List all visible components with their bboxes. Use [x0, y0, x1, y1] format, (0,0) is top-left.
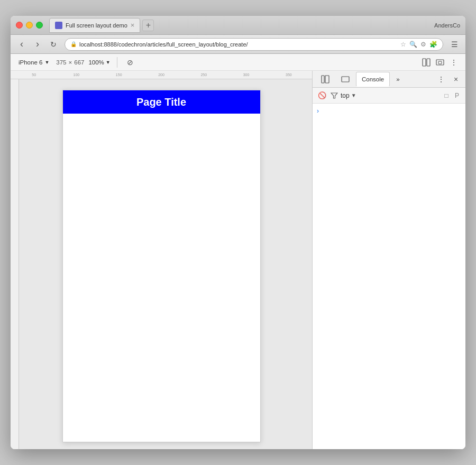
device-toolbar: iPhone 6 ▼ 375 × 667 100% ▼ ⊘ [11, 54, 465, 71]
ruler-mark: 350 [268, 73, 310, 77]
ruler-mark: 50 [13, 73, 55, 77]
ruler-mark: 300 [225, 73, 267, 77]
more-panels-tab[interactable]: » [391, 72, 405, 87]
filter-dropdown-arrow: ▼ [351, 92, 356, 98]
menu-button[interactable]: ☰ [447, 38, 461, 51]
devtools-panels-icon[interactable] [316, 72, 335, 87]
console-tab[interactable]: Console [356, 72, 390, 87]
zoom-dropdown-icon: ▼ [106, 60, 111, 65]
console-tab-label: Console [362, 76, 384, 82]
reload-button[interactable]: ↻ [47, 38, 60, 51]
toolbar-right-section: ⋮ [420, 56, 460, 69]
address-bar[interactable]: 🔒 localhost:8888/codechron/articles/full… [65, 38, 443, 51]
responsive-svg-icon [341, 75, 350, 83]
address-bar-icons: ☆ 🔍 ⚙ 🧩 [399, 40, 437, 49]
back-icon: ‹ [20, 39, 23, 50]
active-tab[interactable]: Full screen layout demo × [49, 18, 140, 33]
zoom-value: 100% [88, 59, 104, 66]
lock-icon: 🔒 [70, 41, 77, 47]
ruler-mark: 150 [98, 73, 140, 77]
panels-icon [422, 58, 431, 67]
devtools-responsive-icon[interactable] [336, 72, 355, 87]
reload-icon: ↻ [50, 40, 57, 49]
new-tab-button[interactable]: + [142, 20, 154, 31]
console-toolbar: 🚫 top ▼ □ P [313, 88, 465, 104]
nav-bar: ‹ › ↻ 🔒 localhost:8888/codechron/article… [11, 35, 465, 54]
title-bar: Full screen layout demo × + AndersCo [11, 16, 465, 35]
minimize-button[interactable] [26, 22, 33, 29]
extension-icon[interactable]: 🧩 [429, 40, 437, 49]
console-chevron[interactable]: › [317, 107, 319, 115]
dimension-display: 375 × 667 [56, 59, 84, 66]
height-value: 667 [74, 59, 84, 66]
svg-rect-1 [427, 59, 430, 66]
devtools-panel: Console » ⋮ × [312, 71, 465, 449]
console-checkbox[interactable]: □ [442, 91, 451, 100]
svg-rect-5 [325, 76, 329, 83]
ruler-marks: 50 100 150 200 250 300 350 [11, 73, 312, 77]
devtools-close-btn[interactable]: × [450, 73, 462, 86]
svg-rect-0 [423, 59, 426, 66]
panels-svg-icon [321, 75, 329, 83]
browser-window: Full screen layout demo × + AndersCo ‹ ›… [11, 16, 465, 449]
device-dropdown-icon: ▼ [44, 60, 49, 65]
more-devtools-btn[interactable]: ⋮ [447, 56, 460, 69]
close-button[interactable] [16, 22, 23, 29]
back-button[interactable]: ‹ [15, 38, 29, 51]
responsive-icon [436, 58, 444, 67]
ruler-mark: 100 [55, 73, 97, 77]
zoom-selector[interactable]: 100% ▼ [88, 59, 110, 66]
devtools-more-btn[interactable]: ⋮ [435, 73, 447, 86]
menu-icon: ☰ [451, 40, 458, 49]
tab-close-icon[interactable]: × [131, 22, 135, 29]
tab-label: Full screen layout demo [66, 22, 127, 29]
svg-marker-7 [331, 93, 337, 98]
ruler-mark: 200 [140, 73, 182, 77]
devtools-more-icon: ⋮ [437, 75, 445, 83]
phone-frame: Page Title [62, 90, 261, 442]
page-title-bar: Page Title [63, 90, 260, 114]
star-icon[interactable]: ☆ [399, 40, 407, 49]
width-value: 375 [56, 59, 66, 66]
devtools-content: 🚫 top ▼ □ P › [313, 88, 465, 449]
console-filter-dropdown[interactable]: top ▼ [331, 92, 356, 99]
url-text: localhost:8888/codechron/articles/full_s… [79, 41, 396, 48]
tab-bar: Full screen layout demo × + [49, 18, 434, 33]
devtools-tabs: Console » ⋮ × [313, 71, 465, 88]
console-right-btns: □ P [442, 91, 461, 100]
devtools-toolbar-right: ⋮ × [435, 73, 462, 86]
search-icon[interactable]: 🔍 [409, 40, 417, 49]
settings-icon[interactable]: ⚙ [419, 40, 427, 49]
device-selector[interactable]: iPhone 6 ▼ [16, 58, 52, 67]
svg-rect-4 [322, 76, 324, 83]
page-title: Page Title [136, 96, 186, 108]
traffic-lights [16, 22, 43, 29]
ruler-left [11, 79, 19, 449]
tab-favicon [55, 22, 62, 29]
funnel-icon [331, 92, 338, 99]
page-content-area [63, 114, 260, 442]
user-label: AndersCo [434, 22, 460, 29]
device-name: iPhone 6 [19, 59, 42, 66]
main-content: 50 100 150 200 250 300 350 Page Title [11, 71, 465, 449]
devtools-close-icon: × [454, 75, 458, 83]
forward-icon: › [36, 39, 39, 50]
ruler-mark: 250 [182, 73, 225, 77]
svg-rect-3 [438, 61, 442, 64]
console-body: › [313, 104, 465, 449]
maximize-button[interactable] [36, 22, 43, 29]
console-clear-btn[interactable]: 🚫 [317, 90, 327, 101]
no-entry-icon: 🚫 [318, 91, 326, 99]
filter-text: top [341, 92, 350, 99]
panels-icon-btn[interactable] [420, 56, 433, 69]
rotate-button[interactable]: ⊘ [124, 56, 136, 69]
forward-button[interactable]: › [31, 38, 44, 51]
cross-symbol: × [69, 59, 72, 66]
svg-rect-6 [342, 77, 349, 82]
rotate-icon: ⊘ [127, 58, 133, 67]
viewport-area: 50 100 150 200 250 300 350 Page Title [11, 71, 312, 449]
more-panels-label: » [396, 76, 399, 82]
ruler-top: 50 100 150 200 250 300 350 [11, 71, 312, 79]
console-p-label: P [453, 91, 461, 100]
responsive-icon-btn[interactable] [434, 56, 446, 69]
